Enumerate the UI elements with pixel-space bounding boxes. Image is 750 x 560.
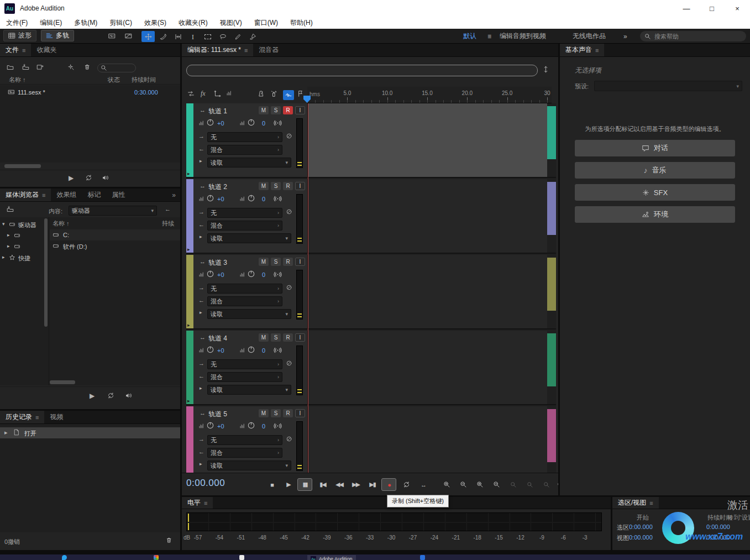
fx-rack-icon[interactable]: fx bbox=[201, 90, 206, 97]
menu-item[interactable]: 收藏夹(R) bbox=[172, 17, 214, 29]
panel-tab[interactable]: 选区/视图≡ bbox=[612, 497, 659, 509]
track-mute-button[interactable]: M bbox=[259, 258, 269, 266]
track-input-select[interactable]: 无› bbox=[207, 208, 282, 218]
panel-tab[interactable]: 视频 bbox=[44, 411, 69, 423]
stop-button[interactable]: ■ bbox=[264, 478, 279, 491]
panel-menu-icon[interactable]: ≡ bbox=[35, 414, 39, 421]
taskbar-item[interactable] bbox=[62, 555, 67, 560]
track-input-select[interactable]: 无› bbox=[207, 284, 282, 294]
track-drag-handle-icon[interactable]: ↔ bbox=[200, 183, 206, 189]
panel-menu-icon[interactable]: ≡ bbox=[42, 192, 45, 198]
panel-tab[interactable]: 历史记录≡ bbox=[0, 411, 44, 423]
fast-forward-button[interactable]: ▶▶ bbox=[348, 478, 363, 491]
panel-menu-icon[interactable]: ≡ bbox=[204, 500, 207, 506]
panel-tab[interactable]: 属性 bbox=[106, 189, 130, 201]
help-search-field[interactable] bbox=[640, 31, 746, 41]
speaker-icon[interactable] bbox=[102, 174, 109, 181]
panel-menu-icon[interactable]: ≡ bbox=[244, 47, 248, 54]
track-lane[interactable] bbox=[307, 406, 547, 473]
track-drag-handle-icon[interactable]: ↔ bbox=[200, 259, 206, 265]
workspace-menu-icon[interactable]: ≡ bbox=[487, 29, 491, 44]
automation-expand-icon[interactable]: ▸ bbox=[200, 159, 202, 164]
playhead-handle[interactable] bbox=[303, 96, 311, 103]
menu-item[interactable]: 多轨(M) bbox=[68, 17, 103, 29]
zoom-to-out-point-button[interactable] bbox=[539, 478, 554, 491]
track-solo-button[interactable]: S bbox=[271, 106, 281, 114]
add-marker-icon[interactable] bbox=[297, 90, 304, 97]
tree-item[interactable]: ▾驱动器 bbox=[0, 219, 44, 231]
close-button[interactable]: × bbox=[725, 0, 750, 17]
clear-history-icon[interactable] bbox=[166, 537, 173, 544]
search-input[interactable] bbox=[654, 33, 732, 40]
workspace-item[interactable]: 无线电作品 bbox=[573, 29, 606, 44]
track-mute-button[interactable]: M bbox=[259, 333, 269, 342]
taskbar-item[interactable]: AuAdobe Audition bbox=[307, 555, 356, 560]
zoom-to-selection-button[interactable] bbox=[506, 478, 521, 491]
track-solo-button[interactable]: S bbox=[271, 182, 281, 190]
time-selection-tool[interactable]: I bbox=[186, 31, 200, 42]
menu-item[interactable]: 视图(V) bbox=[214, 17, 248, 29]
panel-tab[interactable]: 效果组 bbox=[51, 189, 82, 201]
pan-knob[interactable] bbox=[247, 421, 255, 430]
track-arm-button[interactable]: R bbox=[283, 182, 293, 190]
loop-icon[interactable] bbox=[85, 174, 92, 181]
tree-item[interactable]: ▸快捷 bbox=[0, 253, 44, 264]
zoom-full-button[interactable] bbox=[553, 478, 558, 491]
speaker-icon[interactable] bbox=[125, 392, 132, 399]
track-monitor-button[interactable]: I bbox=[295, 258, 305, 266]
chevron-right-icon[interactable]: ▸ bbox=[7, 244, 10, 249]
list-item[interactable]: 软件 (D:) bbox=[50, 240, 180, 252]
maximize-button[interactable]: □ bbox=[699, 0, 725, 17]
track-output-select[interactable]: 混合› bbox=[207, 448, 282, 458]
horizontal-scrollbar[interactable] bbox=[50, 380, 75, 384]
track-name[interactable]: 轨道 1 bbox=[208, 107, 227, 116]
workspace-item[interactable]: 默认 bbox=[463, 29, 476, 44]
zoom-in-amplitude-button[interactable] bbox=[473, 478, 487, 491]
panel-tab[interactable]: 电平≡ bbox=[182, 497, 213, 509]
track-drag-handle-icon[interactable]: ↔ bbox=[200, 334, 206, 341]
zoom-to-in-point-button[interactable] bbox=[522, 478, 537, 491]
back-arrow-icon[interactable]: ← bbox=[165, 206, 171, 212]
track-solo-button[interactable]: S bbox=[271, 258, 281, 266]
panel-tab[interactable]: 编辑器: 111.sesx *≡ bbox=[182, 44, 253, 56]
track-drag-handle-icon[interactable]: ↔ bbox=[200, 107, 206, 113]
pan-knob[interactable] bbox=[247, 118, 255, 127]
automation-expand-icon[interactable]: ▸ bbox=[200, 386, 202, 391]
marquee-selection-tool[interactable] bbox=[201, 31, 214, 42]
audio-type-button-ambience[interactable]: 环境 bbox=[575, 206, 735, 223]
track-name[interactable]: 轨道 4 bbox=[208, 334, 227, 343]
taskbar-item[interactable] bbox=[420, 555, 425, 560]
workspace-overflow-icon[interactable]: » bbox=[623, 29, 627, 44]
tree-item[interactable]: ▸ bbox=[0, 242, 44, 253]
timeline-ruler[interactable]: hms 5.010.015.020.025.030 bbox=[307, 87, 552, 103]
automation-expand-icon[interactable]: ▸ bbox=[200, 462, 202, 467]
track-name[interactable]: 轨道 5 bbox=[208, 410, 227, 419]
track-name[interactable]: 轨道 3 bbox=[208, 258, 227, 268]
menu-item[interactable]: 窗口(W) bbox=[248, 17, 284, 29]
track-automation-select[interactable]: 读取▾ bbox=[207, 309, 291, 319]
track-collapse-icon[interactable]: ▸ bbox=[187, 322, 190, 328]
vertical-zoom-icon[interactable] bbox=[542, 66, 549, 73]
panel-tab[interactable]: 收藏夹 bbox=[31, 44, 62, 56]
zoom-out-amplitude-button[interactable] bbox=[489, 478, 504, 491]
pause-button[interactable]: ▮▮ bbox=[297, 478, 312, 491]
taskbar-item[interactable] bbox=[239, 555, 244, 560]
list-item[interactable]: C: bbox=[50, 229, 180, 240]
history-entry[interactable]: ▸打开 bbox=[0, 427, 180, 438]
menu-item[interactable]: 编辑(E) bbox=[34, 17, 68, 29]
open-file-icon[interactable] bbox=[7, 64, 14, 71]
track-mute-button[interactable]: M bbox=[259, 182, 269, 190]
track-monitor-button[interactable]: I bbox=[295, 182, 305, 190]
vertical-scrollbar[interactable] bbox=[44, 218, 48, 327]
track-output-select[interactable]: 混合› bbox=[207, 296, 282, 306]
track-name[interactable]: 轨道 2 bbox=[208, 182, 227, 192]
zoom-navigator[interactable] bbox=[186, 65, 538, 76]
track-solo-button[interactable]: S bbox=[271, 333, 281, 342]
track-automation-select[interactable]: 读取▾ bbox=[207, 158, 291, 168]
panel-menu-icon[interactable]: ≡ bbox=[649, 500, 653, 506]
pan-knob[interactable] bbox=[247, 346, 255, 354]
track-output-select[interactable]: 混合› bbox=[207, 372, 282, 382]
play-icon[interactable]: ▶ bbox=[69, 175, 74, 181]
track-lane[interactable] bbox=[307, 179, 547, 253]
track-solo-button[interactable]: S bbox=[271, 409, 281, 417]
